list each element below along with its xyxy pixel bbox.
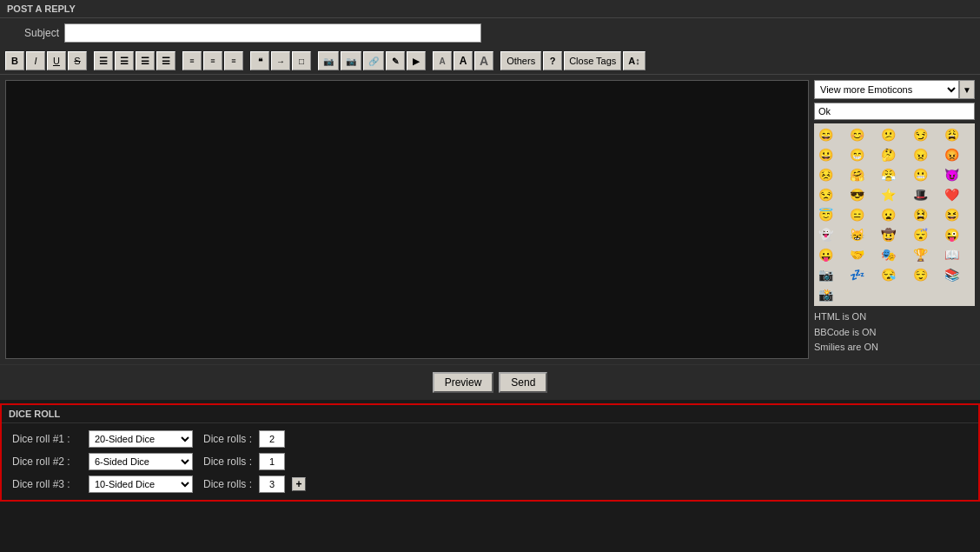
emoti-40[interactable]: 📚 [943, 265, 962, 284]
html-status: HTML is ON [814, 309, 975, 325]
emoti-27[interactable]: 😸 [847, 225, 866, 244]
strikethrough-button[interactable]: S [68, 51, 87, 70]
emoti-12[interactable]: 🤗 [847, 165, 866, 184]
emoti-7[interactable]: 😁 [847, 145, 866, 164]
dice-row-2: Dice roll #2 : 4-Sided Dice 6-Sided Dice… [12, 453, 968, 470]
emoti-31[interactable]: 😛 [816, 245, 835, 264]
font3-button[interactable]: A [474, 51, 493, 70]
emoti-17[interactable]: 😎 [847, 185, 866, 204]
dice-roll-header: DICE ROLL [2, 405, 978, 423]
emoti-3[interactable]: 😕 [879, 125, 898, 144]
emoti-2[interactable]: 😊 [847, 125, 866, 144]
emoti-4[interactable]: 😏 [910, 125, 930, 144]
emoticons-select-row: View more Emoticons ▼ [814, 80, 975, 99]
emoti-9[interactable]: 😠 [910, 145, 930, 164]
box-button[interactable]: □ [292, 51, 311, 70]
emoti-5[interactable]: 😩 [943, 125, 962, 144]
toolbar: B I U S ☰ ☰ ☰ ☰ ≡ ≡ ≡ ❝ → □ 📷 📷 🔗 ✎ ▶ A … [0, 48, 980, 75]
close-tags-button[interactable]: Close Tags [564, 51, 621, 70]
emoti-30[interactable]: 😜 [943, 225, 962, 244]
emoti-11[interactable]: 😣 [816, 165, 835, 184]
dice-rolls-3-label: Dice rolls : [203, 478, 252, 490]
emoti-37[interactable]: 💤 [847, 265, 866, 284]
font1-button[interactable]: A [433, 51, 452, 70]
italic-button[interactable]: I [26, 51, 45, 70]
help-button[interactable]: ? [543, 51, 562, 70]
indent-button[interactable]: ≡ [224, 51, 243, 70]
underline-button[interactable]: U [47, 51, 66, 70]
send-button[interactable]: Send [499, 372, 547, 393]
dice-rolls-1-label: Dice rolls : [203, 433, 252, 445]
emoticons-scroll-down[interactable]: ▼ [959, 80, 975, 99]
subject-input[interactable] [64, 23, 481, 43]
dice-rolls-2-input[interactable] [259, 453, 285, 470]
align-right-button[interactable]: ☰ [136, 51, 155, 70]
dice-rolls-1-input[interactable] [259, 430, 285, 448]
subject-row: Subject [0, 18, 980, 48]
emoti-8[interactable]: 🤔 [879, 145, 898, 164]
emoti-16[interactable]: 😒 [816, 185, 835, 204]
preview-button[interactable]: Preview [433, 372, 494, 393]
emoti-20[interactable]: ❤️ [943, 185, 962, 204]
emoticons-dropdown[interactable]: View more Emoticons [814, 80, 959, 99]
align-justify-button[interactable]: ☰ [156, 51, 175, 70]
bbcode-status: BBCode is ON [814, 325, 975, 341]
emoti-35[interactable]: 📖 [943, 245, 962, 264]
emoti-29[interactable]: 😴 [910, 225, 930, 244]
align-left-button[interactable]: ☰ [94, 51, 113, 70]
link-button[interactable]: 🔗 [363, 51, 384, 70]
emoti-25[interactable]: 😆 [943, 205, 962, 224]
message-textarea[interactable] [5, 80, 809, 359]
emoti-32[interactable]: 🤝 [847, 245, 866, 264]
emoti-34[interactable]: 🏆 [910, 245, 930, 264]
dice-roll-section: DICE ROLL Dice roll #1 : 4-Sided Dice 6-… [0, 403, 980, 502]
img-button[interactable]: 📷 [318, 51, 339, 70]
dice-roll-body: Dice roll #1 : 4-Sided Dice 6-Sided Dice… [2, 423, 978, 500]
ul-button[interactable]: ≡ [203, 51, 222, 70]
emoti-15[interactable]: 😈 [943, 165, 962, 184]
emoti-22[interactable]: 😑 [847, 205, 866, 224]
emoti-21[interactable]: 😇 [816, 205, 835, 224]
emoti-1[interactable]: 😄 [816, 125, 835, 144]
ok-row [814, 103, 975, 120]
flash-button[interactable]: ▶ [407, 51, 426, 70]
emoti-38[interactable]: 😪 [879, 265, 898, 284]
dice-rolls-3-input[interactable] [259, 476, 285, 493]
subject-label: Subject [7, 27, 59, 39]
dice-add-button[interactable]: + [292, 477, 306, 491]
dice-roll-2-select[interactable]: 4-Sided Dice 6-Sided Dice 8-Sided Dice 1… [89, 453, 193, 470]
emoti-26[interactable]: 👻 [816, 225, 835, 244]
emoti-10[interactable]: 😡 [943, 145, 962, 164]
emoti-19[interactable]: 🎩 [910, 185, 930, 204]
emoticons-scroll-container[interactable]: 😄 😊 😕 😏 😩 😀 😁 🤔 😠 😡 😣 🤗 😤 😬 [814, 123, 975, 306]
dice-roll-3-label: Dice roll #3 : [12, 478, 82, 490]
emoti-6[interactable]: 😀 [816, 145, 835, 164]
emoti-39[interactable]: 😌 [910, 265, 930, 284]
others-button[interactable]: Others [500, 51, 541, 70]
code-button[interactable]: → [271, 51, 290, 70]
emoti-23[interactable]: 😦 [879, 205, 898, 224]
img2-button[interactable]: 📷 [341, 51, 361, 70]
font-size-button[interactable]: A↕ [623, 51, 645, 70]
smilies-status: Smilies are ON [814, 340, 975, 356]
bold-button[interactable]: B [5, 51, 24, 70]
font2-button[interactable]: A [454, 51, 473, 70]
action-row: Preview Send [0, 364, 980, 400]
quote-button[interactable]: ❝ [250, 51, 269, 70]
dice-row-1: Dice roll #1 : 4-Sided Dice 6-Sided Dice… [12, 430, 968, 448]
emoti-18[interactable]: ⭐ [879, 185, 898, 204]
emoti-33[interactable]: 🎭 [879, 245, 898, 264]
edit-button[interactable]: ✎ [386, 51, 405, 70]
post-reply-section: POST A REPLY Subject B I U S ☰ ☰ ☰ ☰ ≡ ≡… [0, 0, 980, 400]
emoti-24[interactable]: 😫 [910, 205, 930, 224]
emoti-13[interactable]: 😤 [879, 165, 898, 184]
emoti-28[interactable]: 🤠 [879, 225, 898, 244]
dice-roll-1-select[interactable]: 4-Sided Dice 6-Sided Dice 8-Sided Dice 1… [89, 430, 193, 448]
emoti-36[interactable]: 📷 [816, 265, 835, 284]
dice-roll-3-select[interactable]: 4-Sided Dice 6-Sided Dice 8-Sided Dice 1… [89, 476, 193, 493]
emoti-41[interactable]: 📸 [816, 285, 835, 304]
align-center-button[interactable]: ☰ [115, 51, 134, 70]
emoticon-ok-input[interactable] [814, 103, 975, 120]
emoti-14[interactable]: 😬 [910, 165, 930, 184]
ol-button[interactable]: ≡ [182, 51, 202, 70]
